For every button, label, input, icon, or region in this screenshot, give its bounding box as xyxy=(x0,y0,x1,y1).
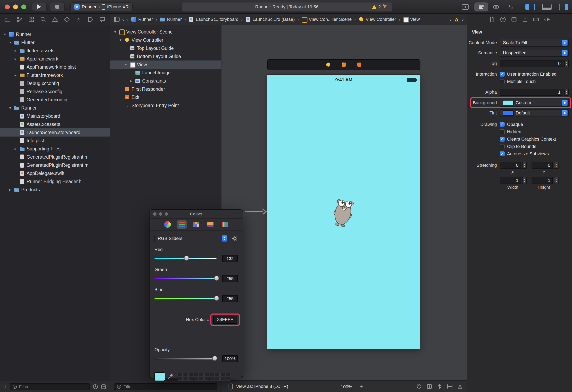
connections-inspector-tab[interactable] xyxy=(544,16,550,22)
launch-image-gopher[interactable] xyxy=(329,194,357,229)
color-well[interactable] xyxy=(178,377,183,381)
outline-row[interactable]: Top Layout Guide xyxy=(110,44,221,52)
stretch-width-stepper[interactable]: ▲▼ xyxy=(522,177,527,184)
image-palettes-tab[interactable] xyxy=(206,220,215,229)
toggle-inspector-button[interactable] xyxy=(559,4,568,10)
breadcrumb-item[interactable]: LaunchSc...rd (Base) xyxy=(245,17,295,22)
reports-icon[interactable] xyxy=(99,16,105,22)
identity-inspector-tab[interactable] xyxy=(511,16,517,22)
file-row[interactable]: ▾Runner xyxy=(0,104,110,112)
disclosure-closed-icon[interactable]: ▸ xyxy=(14,73,17,78)
color-well[interactable] xyxy=(210,377,215,381)
file-row[interactable]: Assets.xcassets xyxy=(0,120,110,128)
color-well[interactable] xyxy=(194,377,199,381)
exit-icon[interactable] xyxy=(356,62,362,67)
stop-button[interactable] xyxy=(50,2,64,11)
symbols-icon[interactable] xyxy=(28,16,34,22)
document-outline-toggle-icon[interactable] xyxy=(113,16,120,22)
warning-icon[interactable] xyxy=(454,17,459,21)
zoom-in-button[interactable]: + xyxy=(360,383,363,390)
file-row[interactable]: Main.storyboard xyxy=(0,112,110,120)
breadcrumb-item[interactable]: Runner xyxy=(131,17,153,22)
first-responder-icon[interactable] xyxy=(341,62,347,67)
color-well[interactable] xyxy=(204,377,209,381)
checkbox-opaque[interactable]: ✓ xyxy=(500,122,505,127)
user-interaction-checkbox[interactable]: ✓ xyxy=(500,72,505,77)
file-row[interactable]: AppFrameworkInfo.plist xyxy=(0,63,110,71)
zoom-window-button[interactable] xyxy=(21,4,26,9)
navigator-filter-field[interactable]: Filter xyxy=(10,383,90,390)
toggle-navigator-button[interactable] xyxy=(525,4,535,10)
file-row[interactable]: ▾Flutter xyxy=(0,38,110,47)
color-well[interactable] xyxy=(178,373,183,376)
color-well[interactable] xyxy=(183,373,188,376)
color-mode-popup[interactable]: RGB Sliders ▲▼ xyxy=(154,235,228,242)
color-palettes-tab[interactable] xyxy=(191,220,201,229)
file-inspector-tab[interactable] xyxy=(489,16,495,22)
update-frames-icon[interactable] xyxy=(416,384,422,389)
file-row[interactable]: Runner-Bridging-Header.h xyxy=(0,177,110,186)
color-well[interactable] xyxy=(204,373,209,376)
outline-row[interactable]: Bottom Layout Guide xyxy=(110,52,221,61)
view-controller-icon[interactable] xyxy=(325,62,331,67)
red-slider-track[interactable] xyxy=(154,258,217,259)
opacity-value[interactable]: 100% xyxy=(222,355,238,362)
storyboard-entry-arrow[interactable] xyxy=(245,208,267,217)
file-row[interactable]: AppDelegate.swift xyxy=(0,169,110,177)
semantic-popup[interactable]: Unspecified ▲▼ xyxy=(500,49,569,57)
file-row[interactable]: LaunchScreen.storyboard xyxy=(0,128,110,136)
minimize-window-button[interactable] xyxy=(13,4,18,9)
stretch-height-stepper[interactable]: ▲▼ xyxy=(554,177,558,184)
color-well[interactable] xyxy=(194,373,199,376)
color-wells-grid[interactable] xyxy=(178,373,230,381)
outline-filter-field[interactable]: Filter xyxy=(114,383,217,390)
project-navigator-icon[interactable] xyxy=(4,16,11,22)
slider-thumb[interactable] xyxy=(214,296,219,301)
breakpoints-icon[interactable] xyxy=(87,16,94,22)
stretch-y-field[interactable]: 0 xyxy=(532,162,553,169)
colors-titlebar[interactable]: Colors xyxy=(150,210,243,219)
toggle-debug-area-button[interactable] xyxy=(542,4,552,10)
outline-row[interactable]: First Responder xyxy=(110,85,221,93)
live-view-icon[interactable] xyxy=(462,4,469,10)
disclosure-closed-icon[interactable]: ▸ xyxy=(8,187,12,192)
slider-value[interactable]: 255 xyxy=(222,275,238,282)
checkbox-autoresize-subviews[interactable]: ✓ xyxy=(500,151,505,156)
file-row[interactable]: Generated.xcconfig xyxy=(0,96,110,104)
standard-editor-button[interactable] xyxy=(474,2,488,11)
disclosure-closed-icon[interactable]: ▸ xyxy=(129,79,133,83)
slider-thumb[interactable] xyxy=(184,256,189,261)
color-well[interactable] xyxy=(225,373,230,376)
outline-row[interactable]: ▸Constraints xyxy=(110,77,221,85)
color-well[interactable] xyxy=(220,373,225,376)
device-screen[interactable]: 9:41 AM xyxy=(267,75,420,349)
color-well[interactable] xyxy=(199,377,204,381)
embed-in-stack-icon[interactable] xyxy=(427,384,432,389)
slider-value[interactable]: 255 xyxy=(222,295,238,302)
back-button[interactable]: ‹ xyxy=(122,16,124,22)
color-well[interactable] xyxy=(188,377,193,381)
slider-thumb[interactable] xyxy=(214,276,219,281)
scheme-selector[interactable]: A Runner 〉 iPhone XR xyxy=(70,2,133,11)
color-sliders-tab[interactable] xyxy=(177,220,187,229)
issues-icon[interactable] xyxy=(52,16,58,22)
disclosure-open-icon[interactable]: ▾ xyxy=(3,32,7,37)
build-issue-icon[interactable] xyxy=(382,4,388,10)
color-well[interactable] xyxy=(188,373,193,376)
eyedropper-icon[interactable] xyxy=(168,374,174,380)
file-row[interactable]: GeneratedPluginRegistrant.h xyxy=(0,153,110,161)
resolve-autolayout-icon[interactable] xyxy=(457,384,463,389)
file-row[interactable]: GeneratedPluginRegistrant.m xyxy=(0,161,110,169)
tests-icon[interactable] xyxy=(64,16,70,22)
add-constraints-icon[interactable] xyxy=(447,384,453,389)
outline-row[interactable]: ▾View xyxy=(110,61,221,69)
outline-row[interactable]: LaunchImage xyxy=(110,69,221,77)
assistant-editor-button[interactable] xyxy=(489,2,503,11)
opacity-slider-track[interactable] xyxy=(154,358,217,359)
current-color-swatch[interactable] xyxy=(154,372,165,381)
color-well[interactable] xyxy=(183,377,188,381)
size-inspector-tab[interactable] xyxy=(533,16,539,22)
breadcrumb-item[interactable]: View Controller xyxy=(358,17,396,22)
checkbox-clears-graphics-context[interactable]: ✓ xyxy=(500,137,505,142)
stretch-x-field[interactable]: 0 xyxy=(500,162,521,169)
